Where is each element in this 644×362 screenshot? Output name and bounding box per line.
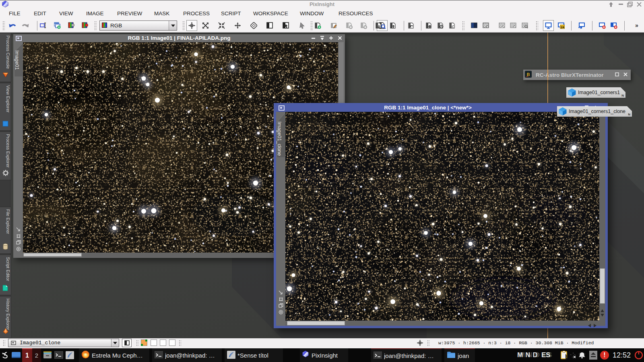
svg-text:B: B	[527, 72, 530, 76]
svg-text:24: 24	[561, 25, 564, 29]
